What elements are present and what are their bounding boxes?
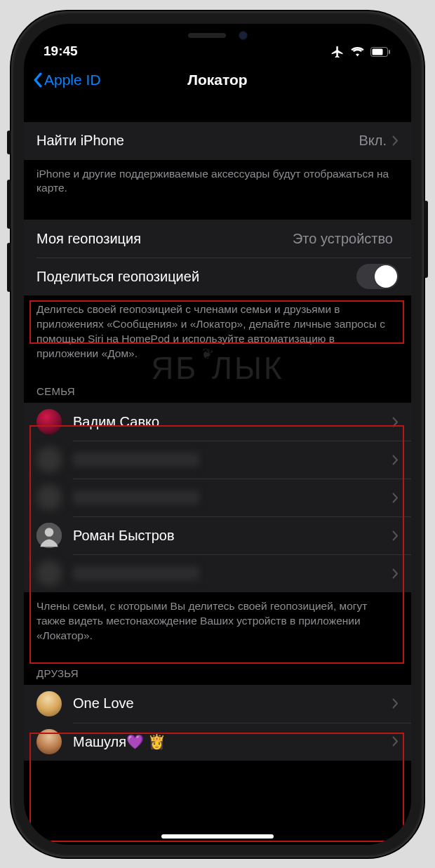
person-name xyxy=(73,453,392,467)
section-header-family: СЕМЬЯ xyxy=(24,385,411,403)
svg-rect-2 xyxy=(389,50,390,54)
mute-switch[interactable] xyxy=(7,131,11,154)
back-button[interactable]: Apple ID xyxy=(32,62,101,98)
chevron-right-icon xyxy=(392,698,399,709)
volume-down-button[interactable] xyxy=(7,243,11,292)
chevron-right-icon xyxy=(392,135,399,146)
volume-up-button[interactable] xyxy=(7,180,11,229)
chevron-right-icon xyxy=(392,493,399,503)
family-member-row[interactable]: Роман Быстров xyxy=(24,516,411,554)
section-header-friends: ДРУЗЬЯ xyxy=(24,667,411,685)
chevron-right-icon xyxy=(392,568,399,579)
page-title: Локатор xyxy=(187,72,247,88)
section-footer: Делитесь своей геопозицией с членами сем… xyxy=(24,295,411,361)
airplane-mode-icon xyxy=(330,45,344,59)
chevron-right-icon xyxy=(392,455,399,465)
home-indicator[interactable] xyxy=(161,834,274,839)
person-name xyxy=(73,490,392,505)
chevron-right-icon xyxy=(392,736,399,747)
wifi-icon xyxy=(350,46,365,57)
share-location-toggle[interactable] xyxy=(356,264,399,289)
cell-label: Поделиться геопозицией xyxy=(36,269,356,285)
avatar xyxy=(36,561,62,586)
chevron-right-icon xyxy=(392,530,399,541)
friend-row[interactable]: Машуля💜 👸 xyxy=(24,723,411,761)
section-footer: iPhone и другие поддерживаемые аксессуар… xyxy=(24,160,411,196)
chevron-left-icon xyxy=(32,72,43,88)
family-list: Вадим СавкоРоман Быстров xyxy=(24,403,411,592)
chevron-right-icon xyxy=(392,417,399,427)
avatar xyxy=(36,485,62,510)
cell-label: Моя геопозиция xyxy=(36,231,293,247)
screen: 19:45 Apple ID Локатор Найти iPhon xyxy=(24,24,411,845)
cell-value: Вкл. xyxy=(359,133,387,149)
friend-row[interactable]: One Love xyxy=(24,685,411,723)
back-label: Apple ID xyxy=(44,72,101,88)
avatar xyxy=(36,447,62,472)
battery-icon xyxy=(370,47,392,57)
cell-value: Это устройство xyxy=(293,231,393,247)
avatar xyxy=(36,691,62,716)
settings-content: Найти iPhone Вкл. iPhone и другие поддер… xyxy=(24,98,411,845)
person-name xyxy=(73,566,392,580)
family-member-row[interactable] xyxy=(24,554,411,592)
nav-bar: Apple ID Локатор xyxy=(24,62,411,98)
svg-point-4 xyxy=(45,528,54,537)
avatar xyxy=(36,523,62,548)
find-iphone-row[interactable]: Найти iPhone Вкл. xyxy=(24,122,411,160)
friends-list: One LoveМашуля💜 👸 xyxy=(24,685,411,761)
family-member-row[interactable]: Вадим Савко xyxy=(24,403,411,441)
person-name: Машуля💜 👸 xyxy=(73,733,392,750)
section-footer: Члены семьи, с которыми Вы делитесь свое… xyxy=(24,592,411,643)
person-name: Роман Быстров xyxy=(73,528,392,544)
person-name: One Love xyxy=(73,695,392,712)
share-location-row[interactable]: Поделиться геопозицией xyxy=(24,258,411,295)
family-member-row[interactable] xyxy=(24,479,411,516)
person-name: Вадим Савко xyxy=(73,414,392,430)
status-time: 19:45 xyxy=(44,44,78,59)
phone-frame: 19:45 Apple ID Локатор Найти iPhon xyxy=(11,11,424,857)
notch xyxy=(130,24,304,48)
power-button[interactable] xyxy=(424,201,428,278)
my-location-row[interactable]: Моя геопозиция Это устройство xyxy=(24,220,411,258)
family-member-row[interactable] xyxy=(24,441,411,479)
cell-label: Найти iPhone xyxy=(36,133,359,149)
avatar xyxy=(36,409,62,434)
svg-rect-1 xyxy=(373,48,383,55)
avatar xyxy=(36,729,62,754)
